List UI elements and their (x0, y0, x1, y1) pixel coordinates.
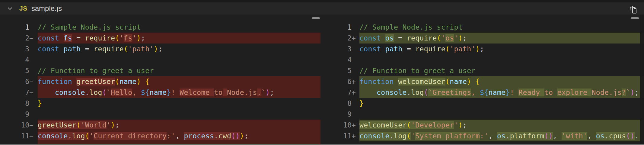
token: , (553, 132, 562, 140)
token: 'path' (128, 45, 154, 53)
diff-sign: − (29, 130, 38, 141)
line-number[interactable]: 8 (320, 98, 352, 109)
token: ' (411, 132, 415, 140)
left-scrollbar-thumb[interactable] (312, 17, 320, 19)
line-number[interactable]: 11 (320, 130, 352, 141)
line-number[interactable]: 10 (320, 120, 352, 130)
line-number[interactable]: 2 (0, 33, 29, 44)
token: 'World (81, 121, 106, 129)
token (59, 45, 63, 53)
line-number[interactable]: 4 (0, 54, 29, 65)
line-number[interactable]: 5 (0, 65, 29, 76)
token: ; (158, 45, 162, 53)
token: `Greetings (428, 89, 471, 96)
line-number[interactable]: 9 (320, 109, 352, 120)
token: ; (635, 89, 639, 96)
code-line[interactable]: 7+ console.log(`Greetings, ${name}! Read… (320, 87, 644, 98)
right-scrollbar-thumb[interactable] (631, 17, 639, 19)
token: ' (171, 132, 175, 140)
code-line[interactable]: 8} (320, 98, 644, 109)
code-line[interactable]: 9 (0, 109, 320, 120)
file-name: sample.js (31, 4, 62, 13)
line-number[interactable]: 6 (0, 76, 29, 87)
code-line[interactable]: 10+welcomeUser('Developer'); (320, 120, 644, 130)
token (471, 78, 475, 85)
token: : (167, 132, 171, 140)
diff-sign: + (352, 130, 359, 141)
code-line[interactable]: 8} (0, 98, 320, 109)
code-line[interactable]: 10−greetUser('World'); (0, 120, 320, 130)
line-number[interactable]: 3 (0, 44, 29, 54)
line-number[interactable]: 6 (320, 76, 352, 87)
line-number[interactable]: 7 (320, 87, 352, 98)
code-text: console.log('Current directory:', proces… (38, 130, 320, 141)
diff-sign: + (352, 120, 359, 130)
code-text (38, 109, 320, 120)
diff-sign (352, 44, 359, 54)
token: function (38, 78, 72, 85)
diff-sign: − (29, 33, 38, 44)
code-line[interactable]: 2+const os = require('os'); (320, 33, 644, 44)
token: ( (544, 132, 549, 140)
token: ! (171, 89, 180, 96)
diff-pane-modified[interactable]: 1// Sample Node.js script2+const os = re… (320, 14, 644, 145)
token: ( (85, 132, 89, 140)
diff-sign (352, 54, 359, 65)
code-line[interactable]: 2−const fs = require('fs'); (0, 33, 320, 44)
line-number[interactable]: 1 (320, 22, 352, 33)
token: : (480, 132, 484, 140)
code-line[interactable]: 5// Function to greet a user (0, 65, 320, 76)
code-text: const path = require('path'); (359, 44, 644, 54)
line-number[interactable]: 5 (320, 65, 352, 76)
token: ) (458, 121, 463, 129)
token: const (38, 34, 59, 42)
token: log (394, 132, 407, 140)
diff-pane-original[interactable]: 1// Sample Node.js script2−const fs = re… (0, 14, 320, 145)
line-number[interactable]: 2 (320, 33, 352, 44)
line-number[interactable]: 3 (320, 44, 352, 54)
code-line[interactable]: 1// Sample Node.js script (0, 22, 320, 33)
line-number[interactable]: 4 (320, 54, 352, 65)
token: Node.js (591, 89, 622, 96)
code-line[interactable]: 11−console.log('Current directory:', pro… (0, 130, 320, 141)
token: // Sample Node.js script (38, 23, 141, 31)
token (38, 89, 55, 96)
code-text: greetUser('World'); (38, 120, 320, 130)
open-file-icon[interactable] (627, 3, 639, 16)
code-line[interactable]: 4 (320, 54, 644, 65)
token: } (505, 89, 510, 96)
code-line[interactable]: 11+console.log('System platform:', os.pl… (320, 130, 644, 141)
diff-sign (29, 65, 38, 76)
code-line[interactable]: 9 (320, 109, 644, 120)
token (381, 34, 385, 42)
code-line[interactable]: 3const path = require('path'); (320, 44, 644, 54)
code-line[interactable]: 4 (0, 54, 320, 65)
line-number[interactable]: 9 (0, 109, 29, 120)
token: { (476, 78, 480, 85)
code-line[interactable]: 6+function welcomeUser(name) { (320, 76, 644, 87)
token: . (68, 132, 72, 140)
token: ( (102, 89, 107, 96)
collapse-chevron-icon[interactable] (7, 5, 13, 12)
code-line[interactable]: 5// Function to greet a user (320, 65, 644, 76)
line-number[interactable]: 11 (0, 130, 29, 141)
line-number[interactable]: 8 (0, 98, 29, 109)
line-number[interactable]: 10 (0, 120, 29, 130)
line-number[interactable]: 7 (0, 87, 29, 98)
token: ) (467, 78, 471, 85)
token: Welcome (180, 89, 214, 96)
window-top-strip (0, 0, 644, 2)
token: . (257, 89, 261, 96)
token: . (604, 132, 609, 140)
line-number[interactable]: 1 (0, 22, 29, 33)
code-line[interactable]: 3const path = require('path'); (0, 44, 320, 54)
token: require (94, 45, 124, 53)
token: ) (476, 45, 480, 53)
code-line[interactable]: 1// Sample Node.js script (320, 22, 644, 33)
code-line[interactable]: 6−function greetUser(name) { (0, 76, 320, 87)
token: , (587, 132, 596, 140)
code-line[interactable]: 7− console.log(`Hello, ${name}! Welcome … (0, 87, 320, 98)
resize-sash[interactable] (0, 144, 644, 145)
code-text: const fs = require('fs'); (38, 33, 320, 44)
token: Hello (111, 89, 132, 96)
